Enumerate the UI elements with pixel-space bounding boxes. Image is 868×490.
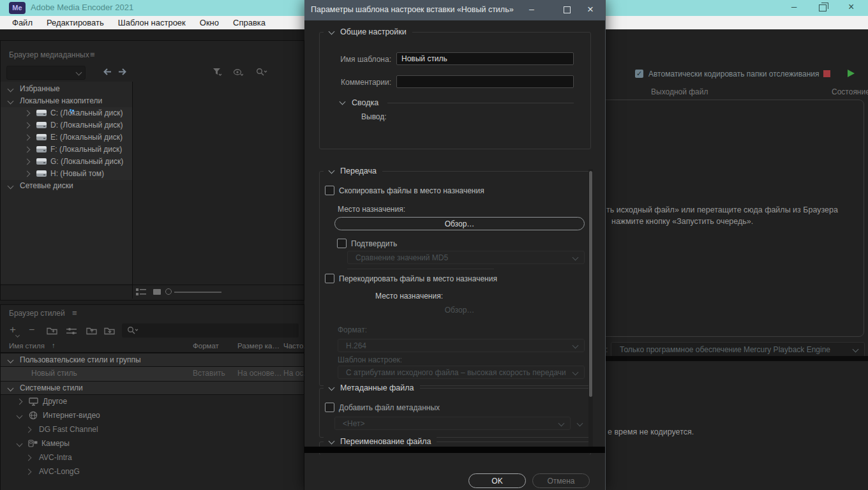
tree-item-drive-f[interactable]: F: (Локальный диск) — [1, 144, 132, 156]
summary-header[interactable]: Сводка — [352, 98, 378, 107]
tree-item-drive-h[interactable]: H: (Новый том) — [1, 168, 132, 180]
zoom-slider-track[interactable] — [174, 292, 221, 293]
comments-label: Комментарии: — [320, 78, 391, 87]
chevron-right-icon — [26, 427, 32, 433]
display-settings-eye-icon[interactable] — [233, 69, 243, 76]
tree-item-drive-g[interactable]: G: (Локальный диск) — [1, 156, 132, 168]
column-format[interactable]: Формат — [193, 342, 219, 350]
cancel-button[interactable]: Отмена — [532, 473, 590, 488]
drive-icon — [36, 122, 47, 128]
chevron-right-icon — [24, 171, 31, 177]
filter-funnel-icon[interactable] — [213, 68, 223, 77]
new-group-folder-icon[interactable] — [47, 327, 58, 335]
tree-item-drive-c[interactable]: C: (Локальный диск) — [1, 107, 132, 119]
preset-category-other[interactable]: Другое — [1, 395, 304, 409]
metadata-extra-chevron-icon[interactable] — [577, 420, 583, 427]
import-preset-folder-icon[interactable] — [86, 327, 98, 335]
transcode-preset-dropdown[interactable]: С атрибутами исходного файла – высокая с… — [338, 366, 585, 379]
destination2-label: Место назначения: — [375, 292, 443, 301]
browse2-button[interactable]: Обзор… — [334, 306, 585, 315]
tree-item-drive-e[interactable]: E: (Локальный диск) — [1, 131, 132, 144]
start-queue-button[interactable] — [848, 70, 855, 77]
chevron-down-icon — [17, 413, 23, 419]
verify-checkbox[interactable] — [337, 239, 347, 248]
chevron-down-icon — [8, 357, 14, 364]
transfer-group: Передача Скопировать файлы в место назна… — [319, 171, 591, 386]
preset-category-cameras[interactable]: Камеры — [1, 437, 304, 451]
tree-item-local-drives[interactable]: Локальные накопители — [1, 95, 132, 107]
preset-browser-panel: Браузер стилей ≡ + − Имя стиля ↑ Формат … — [1, 305, 304, 490]
monitor-icon — [29, 397, 38, 406]
dialog-minimize-button[interactable]: – — [517, 0, 546, 20]
remove-preset-button[interactable]: − — [29, 324, 34, 336]
close-button[interactable]: × — [848, 1, 854, 13]
forward-arrow-icon[interactable] — [117, 68, 127, 76]
transfer-header[interactable]: Передача — [324, 166, 382, 176]
thumbnail-view-icon[interactable] — [153, 288, 161, 295]
preset-subgroup-dg-fast-channel[interactable]: DG Fast Channel — [1, 423, 304, 437]
comments-input[interactable] — [396, 75, 574, 88]
add-preset-button[interactable]: + — [10, 323, 16, 336]
queue-hint-line2: нажмите кнопку «Запустить очередь». — [611, 217, 753, 226]
menu-window[interactable]: Окно — [193, 18, 226, 27]
preset-category-web-video[interactable]: Интернет-видео — [1, 409, 304, 423]
encoding-status-text: е время не кодируется. — [608, 427, 694, 436]
general-settings-header[interactable]: Общие настройки — [324, 27, 412, 37]
menu-file[interactable]: Файл — [5, 18, 40, 27]
menu-edit[interactable]: Редактировать — [40, 18, 111, 27]
preset-subgroup-avc-longg[interactable]: AVC-LongG — [1, 465, 304, 479]
preset-subgroup-avc-intra[interactable]: AVC-Intra — [1, 451, 304, 465]
format-dropdown[interactable]: H.264 — [338, 339, 585, 352]
preset-group-user[interactable]: Пользовательские стили и группы — [1, 353, 304, 367]
chevron-down-icon — [8, 385, 14, 392]
zoom-slider-knob[interactable] — [165, 288, 172, 295]
renderer-dropdown[interactable]: Только программное обеспечение Mercury P… — [611, 342, 865, 357]
column-frame-size[interactable]: Размер ка… — [237, 342, 280, 350]
tree-item-drive-d[interactable]: D: (Локальный диск) — [1, 119, 132, 131]
ok-button[interactable]: OK — [468, 473, 526, 488]
file-rename-header[interactable]: Переименование файла — [324, 436, 437, 447]
format-label: Формат: — [338, 325, 367, 334]
sort-up-icon[interactable]: ↑ — [52, 341, 56, 349]
file-metadata-header[interactable]: Метаданные файла — [324, 383, 420, 393]
search-icon[interactable] — [256, 68, 267, 77]
renderer-value: Только программное обеспечение Mercury P… — [620, 345, 830, 354]
metadata-form-dropdown[interactable]: <Нет> — [334, 417, 571, 430]
panel-menu-icon[interactable]: ≡ — [72, 308, 77, 318]
list-view-icon[interactable] — [135, 288, 147, 296]
dialog-scrollbar-thumb[interactable] — [589, 171, 592, 397]
preset-search-field[interactable] — [122, 323, 299, 338]
browse-button[interactable]: Обзор… — [334, 217, 585, 230]
add-preset-chevron-icon[interactable] — [15, 333, 20, 338]
stop-queue-button[interactable] — [823, 70, 830, 77]
drive-icon — [36, 134, 47, 140]
panel-menu-icon[interactable]: ≡ — [90, 50, 95, 59]
menu-preset[interactable]: Шаблон настроек — [111, 18, 193, 27]
auto-encode-label: Автоматически кодировать папки отслежива… — [648, 70, 819, 78]
menu-help[interactable]: Справка — [226, 18, 273, 27]
tree-item-network-drives[interactable]: Сетевые диски — [1, 180, 132, 192]
media-path-combobox[interactable] — [6, 66, 86, 80]
copy-files-label: Скопировать файлы в место назначения — [339, 186, 484, 195]
auto-encode-checkbox[interactable]: ✓ — [635, 70, 643, 78]
back-arrow-icon[interactable] — [103, 68, 112, 76]
column-preset-name[interactable]: Имя стиля — [9, 342, 45, 350]
preset-row-new-style[interactable]: Новый стиль Вставить На основе… На ос… — [1, 367, 304, 381]
copy-files-checkbox[interactable] — [325, 186, 334, 195]
renderer-label-fragment: : — [606, 345, 608, 354]
tree-item-favorites[interactable]: Избранные — [1, 83, 132, 95]
camcorder-icon — [28, 439, 38, 448]
verify-method-dropdown[interactable]: Сравнение значений MD5 — [347, 251, 585, 264]
preset-group-system[interactable]: Системные стили — [1, 381, 304, 395]
preset-name-input[interactable] — [396, 52, 574, 65]
preset-settings-icon[interactable] — [66, 327, 77, 335]
transcode-files-checkbox[interactable] — [325, 274, 334, 283]
output-label: Вывод: — [361, 112, 387, 121]
export-preset-folder-icon[interactable] — [104, 327, 116, 335]
dialog-close-button[interactable]: × — [576, 0, 605, 20]
minimize-button[interactable]: – — [791, 1, 797, 11]
chevron-right-icon — [17, 399, 23, 405]
verify-label: Подтвердить — [351, 239, 397, 248]
chevron-down-icon — [329, 28, 335, 34]
add-metadata-checkbox[interactable] — [325, 403, 334, 412]
